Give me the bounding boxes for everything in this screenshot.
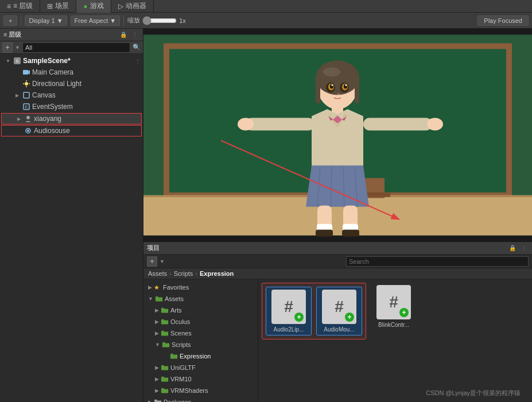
assets-arrow: ▼ [148, 296, 153, 302]
scene-root-item[interactable]: ▼ S SampleScene* ⋮ [0, 55, 143, 67]
zoom-control: 缩放 1x [127, 16, 186, 25]
xiaoyang-label: xiaoyang [34, 115, 61, 123]
folder-packages[interactable]: ▶ Packages [146, 396, 255, 402]
svg-point-23 [316, 61, 359, 95]
canvas-label: Canvas [32, 91, 56, 99]
project-toolbar: + ▼ [143, 255, 532, 268]
scripts-folder-icon [162, 341, 170, 348]
tab-scene[interactable]: ⊞ 场景 [40, 0, 76, 13]
svg-rect-38 [363, 118, 432, 131]
star-icon: ★ [154, 284, 160, 291]
scene-menu-icon[interactable]: ⋮ [135, 58, 141, 64]
svg-point-26 [323, 68, 340, 77]
hierarchy-panel: ≡ 层级 🔒 ⋮ + ▼ 🔍 ▼ S SampleScene* ⋮ [0, 29, 143, 402]
aspect-arrow-icon: ▼ [110, 17, 116, 24]
scene-tab-label: 场景 [55, 1, 69, 11]
project-panel: 项目 🔒 ⋮ + ▼ Assets › Scripts › Expression [143, 241, 532, 402]
folder-vrm10[interactable]: ▶ VRM10 [146, 373, 255, 385]
tab-game[interactable]: ● 游戏 [76, 0, 111, 13]
zoom-slider[interactable] [142, 16, 177, 25]
file-audiomou[interactable]: # + AudioMou... [316, 287, 362, 335]
project-panel-title: 项目 [147, 244, 160, 252]
project-folder-tree: ▶ ★ Favorites ▼ Assets ▶ [143, 279, 258, 402]
svg-point-4 [25, 82, 28, 85]
breadcrumb-scripts[interactable]: Scripts [174, 270, 193, 277]
tree-item-eventsystem[interactable]: ▶ E EventSystem [0, 101, 143, 112]
svg-rect-49 [342, 230, 359, 237]
display-dropdown[interactable]: Display 1 ▼ [25, 15, 67, 26]
tree-item-canvas[interactable]: ▶ Canvas [0, 89, 143, 101]
audiomou-plus-icon: + [345, 313, 354, 322]
project-menu-icon[interactable]: ⋮ [519, 244, 529, 253]
aspect-label: Free Aspect [75, 17, 108, 24]
zoom-label: 缩放 [127, 16, 140, 25]
folder-oculus[interactable]: ▶ Oculus [146, 316, 255, 327]
selected-files-group: # + Audio2Lip... # + [262, 283, 366, 339]
folder-arts[interactable]: ▶ Arts [146, 305, 255, 316]
project-header: 项目 🔒 ⋮ [143, 242, 532, 255]
tree-item-audiosouse[interactable]: ▶ Audiosouse [1, 125, 142, 136]
hierarchy-add-arrow[interactable]: ▼ [15, 45, 20, 50]
blinkcontr-plus-icon: + [399, 308, 409, 317]
game-toolbar: + Display 1 ▼ Free Aspect ▼ 缩放 1x Play F… [0, 13, 532, 29]
project-panel-icons: 🔒 ⋮ [508, 244, 529, 253]
svg-point-39 [427, 118, 443, 131]
hierarchy-add-button[interactable]: + [2, 42, 13, 53]
vrmshaders-folder-icon [161, 387, 169, 394]
assets-folder-icon [155, 295, 163, 302]
tree-item-main-camera[interactable]: ▶ Main Camera [0, 67, 143, 78]
scenes-folder-icon [161, 330, 169, 337]
project-bottom-layout: ▶ ★ Favorites ▼ Assets ▶ [143, 279, 532, 402]
scenes-label: Scenes [170, 330, 192, 337]
tab-animator[interactable]: ▷ 动画器 [111, 0, 154, 13]
packages-label: Packages [164, 399, 191, 402]
toolbar-separator-2 [123, 15, 124, 26]
play-focused-button[interactable]: Play Focused [477, 15, 529, 26]
project-add-arrow[interactable]: ▼ [160, 259, 165, 264]
folder-expression[interactable]: ▶ Expression [146, 350, 255, 362]
svg-rect-9 [24, 92, 29, 98]
animator-tab-label: 动画器 [126, 1, 146, 11]
search-icon: 🔍 [133, 44, 141, 51]
oculus-folder-icon [161, 318, 169, 325]
tree-item-xiaoyang[interactable]: ▶ xiaoyang [1, 113, 142, 124]
audio2lip-plus-icon: + [294, 313, 304, 322]
tab-hierarchy[interactable]: ≡ ≡ 层级 [0, 0, 40, 13]
hierarchy-lock-icon[interactable]: 🔒 [119, 30, 128, 40]
folder-scripts[interactable]: ▼ Scripts [146, 339, 255, 350]
project-add-button[interactable]: + [147, 256, 157, 267]
tree-item-directional-light[interactable]: ▶ Directional Light [0, 78, 143, 89]
folder-favorites[interactable]: ▶ ★ Favorites [146, 282, 255, 293]
scene-icon: S [13, 57, 21, 65]
oculus-label: Oculus [170, 318, 190, 325]
game-view [143, 29, 532, 241]
svg-rect-36 [246, 118, 314, 131]
svg-rect-2 [23, 70, 28, 75]
hierarchy-tab-label: ≡ 层级 [13, 1, 33, 11]
hierarchy-menu-icon[interactable]: ⋮ [130, 30, 139, 40]
scene-root-label: SampleScene* [23, 57, 71, 65]
zoom-value: 1x [179, 17, 186, 24]
folder-vrmshaders[interactable]: ▶ VRMShaders [146, 385, 255, 396]
arts-label: Arts [170, 307, 182, 314]
xiaoyang-icon [24, 115, 32, 123]
add-toolbar-button[interactable]: + [3, 15, 17, 26]
arts-folder-icon [161, 307, 169, 314]
svg-point-34 [345, 84, 347, 86]
svg-point-12 [26, 116, 30, 119]
packages-arrow: ▶ [148, 399, 152, 402]
camera-label: Main Camera [32, 68, 73, 76]
svg-rect-48 [316, 230, 333, 237]
file-blinkcontr[interactable]: # + BlinkContr... [371, 283, 417, 330]
folder-unigltf[interactable]: ▶ UniGLTF [146, 362, 255, 373]
breadcrumb-assets[interactable]: Assets [148, 270, 167, 277]
svg-text:S: S [15, 58, 18, 64]
aspect-dropdown[interactable]: Free Aspect ▼ [71, 15, 121, 26]
hierarchy-search-input[interactable] [22, 42, 130, 53]
project-lock-icon[interactable]: 🔒 [508, 244, 517, 253]
folder-assets[interactable]: ▼ Assets [146, 293, 255, 305]
file-audio2lip[interactable]: # + Audio2Lip... [266, 287, 312, 335]
project-search-input[interactable] [346, 256, 529, 267]
folder-scenes[interactable]: ▶ Scenes [146, 327, 255, 339]
xiaoyang-arrow: ▶ [15, 115, 22, 122]
